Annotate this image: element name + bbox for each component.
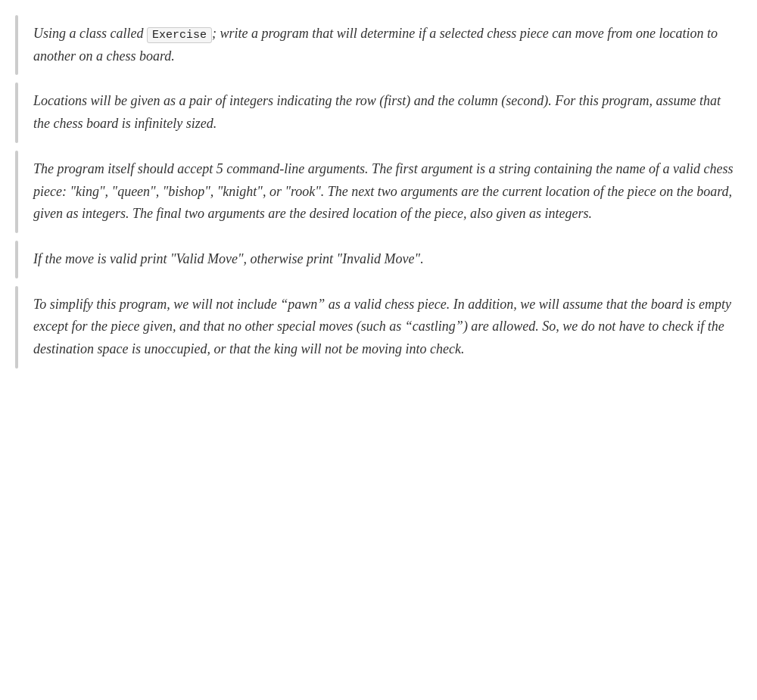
para-4-text: If the move is valid print "Valid Move",… <box>33 241 734 278</box>
text-span: To simplify this program, we will not in… <box>33 297 731 356</box>
text-span: Using a class called <box>33 26 147 41</box>
left-border <box>15 15 18 75</box>
para-5: To simplify this program, we will not in… <box>15 286 734 369</box>
page-container: Using a class called Exercise; write a p… <box>0 0 757 399</box>
text-span: Locations will be given as a pair of int… <box>33 93 721 131</box>
para-5-text: To simplify this program, we will not in… <box>33 286 734 369</box>
left-border <box>15 82 18 142</box>
para-1: Using a class called Exercise; write a p… <box>15 15 734 75</box>
para-2-text: Locations will be given as a pair of int… <box>33 82 734 142</box>
para-3: The program itself should accept 5 comma… <box>15 151 734 233</box>
para-1-text: Using a class called Exercise; write a p… <box>33 15 734 75</box>
left-border <box>15 241 18 278</box>
text-span: The program itself should accept 5 comma… <box>33 161 733 221</box>
para-4: If the move is valid print "Valid Move",… <box>15 241 734 278</box>
left-border <box>15 286 18 369</box>
para-3-text: The program itself should accept 5 comma… <box>33 151 734 233</box>
para-2: Locations will be given as a pair of int… <box>15 82 734 142</box>
left-border <box>15 151 18 233</box>
inline-code: Exercise <box>147 27 212 43</box>
text-span: If the move is valid print "Valid Move",… <box>33 251 424 266</box>
